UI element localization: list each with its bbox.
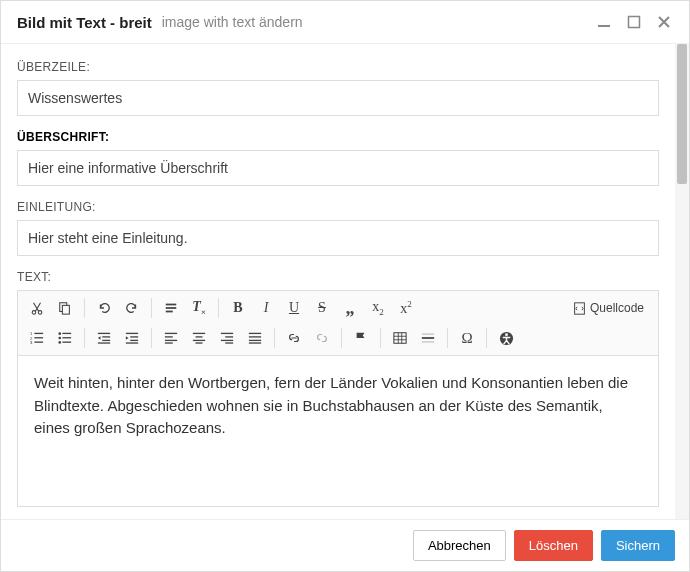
svg-rect-36 xyxy=(193,340,205,341)
svg-rect-31 xyxy=(165,336,173,337)
superscript-icon[interactable]: x2 xyxy=(393,295,419,321)
special-char-icon[interactable]: Ω xyxy=(454,325,480,351)
svg-rect-7 xyxy=(166,307,177,309)
svg-rect-52 xyxy=(422,337,434,339)
svg-rect-33 xyxy=(165,342,173,343)
source-label: Quellcode xyxy=(590,301,644,315)
flag-icon[interactable] xyxy=(348,325,374,351)
svg-rect-1 xyxy=(629,17,640,28)
svg-rect-42 xyxy=(249,333,261,334)
italic-icon[interactable]: I xyxy=(253,295,279,321)
headline-label: ÜBERSCHRIFT: xyxy=(17,130,659,144)
redo-icon[interactable] xyxy=(119,295,145,321)
svg-rect-39 xyxy=(225,336,233,337)
intro-label: EINLEITUNG: xyxy=(17,200,659,214)
svg-point-18 xyxy=(58,341,61,344)
svg-point-16 xyxy=(58,332,61,335)
svg-rect-8 xyxy=(166,311,173,313)
cancel-button[interactable]: Abbrechen xyxy=(413,530,506,561)
overline-label: ÜBERZEILE: xyxy=(17,60,659,74)
editor-content[interactable]: Weit hinten, hinter den Wortbergen, fern… xyxy=(18,356,658,506)
delete-button[interactable]: Löschen xyxy=(514,530,593,561)
svg-rect-26 xyxy=(126,333,138,334)
align-justify-icon[interactable] xyxy=(242,325,268,351)
svg-rect-23 xyxy=(102,336,110,337)
dialog-header: Bild mit Text - breit image with text än… xyxy=(1,1,689,44)
svg-rect-32 xyxy=(165,340,177,341)
underline-icon[interactable]: U xyxy=(281,295,307,321)
svg-rect-53 xyxy=(422,342,434,343)
svg-rect-30 xyxy=(165,333,177,334)
svg-rect-20 xyxy=(62,337,71,338)
dialog-footer: Abbrechen Löschen Sichern xyxy=(1,519,689,571)
svg-point-2 xyxy=(32,311,36,315)
svg-rect-43 xyxy=(249,336,261,337)
svg-point-55 xyxy=(505,333,508,336)
source-icon xyxy=(573,302,586,315)
bold-icon[interactable]: B xyxy=(225,295,251,321)
copy-icon[interactable] xyxy=(52,295,78,321)
align-left-icon[interactable] xyxy=(158,325,184,351)
table-icon[interactable] xyxy=(387,325,413,351)
subscript-icon[interactable]: x2 xyxy=(365,295,391,321)
svg-rect-19 xyxy=(62,333,71,334)
svg-rect-44 xyxy=(249,340,261,341)
link-icon[interactable] xyxy=(281,325,307,351)
dialog-subtitle: image with text ändern xyxy=(162,14,303,30)
align-center-icon[interactable] xyxy=(186,325,212,351)
scrollbar-thumb[interactable] xyxy=(677,44,687,184)
dialog-title: Bild mit Text - breit xyxy=(17,14,152,31)
minimize-icon[interactable] xyxy=(595,13,613,31)
svg-rect-13 xyxy=(34,333,43,334)
svg-rect-6 xyxy=(166,304,177,306)
svg-rect-40 xyxy=(221,340,233,341)
svg-rect-28 xyxy=(130,340,138,341)
svg-rect-0 xyxy=(598,25,610,27)
hr-icon[interactable] xyxy=(415,325,441,351)
svg-rect-51 xyxy=(422,334,434,335)
editor-toolbar: T× B I U S „ x2 x2 Quellcode 123 xyxy=(18,291,658,356)
maximize-icon[interactable] xyxy=(625,13,643,31)
scrollbar[interactable] xyxy=(675,44,689,519)
indent-icon[interactable] xyxy=(119,325,145,351)
save-button[interactable]: Sichern xyxy=(601,530,675,561)
intro-input[interactable] xyxy=(17,220,659,256)
svg-point-3 xyxy=(38,311,42,315)
svg-point-17 xyxy=(58,337,61,340)
svg-rect-46 xyxy=(394,333,406,344)
svg-rect-5 xyxy=(62,305,69,314)
unlink-icon[interactable] xyxy=(309,325,335,351)
svg-rect-25 xyxy=(98,342,110,343)
format-icon[interactable] xyxy=(158,295,184,321)
svg-text:3: 3 xyxy=(30,340,33,345)
quote-icon[interactable]: „ xyxy=(337,295,363,321)
svg-rect-37 xyxy=(196,342,203,343)
svg-rect-41 xyxy=(225,342,233,343)
rich-text-editor: T× B I U S „ x2 x2 Quellcode 123 xyxy=(17,290,659,507)
numbered-list-icon[interactable]: 123 xyxy=(24,325,50,351)
outdent-icon[interactable] xyxy=(91,325,117,351)
source-button[interactable]: Quellcode xyxy=(565,297,652,319)
dialog: Bild mit Text - breit image with text än… xyxy=(0,0,690,572)
overline-input[interactable] xyxy=(17,80,659,116)
svg-rect-15 xyxy=(34,342,43,343)
svg-rect-35 xyxy=(196,336,203,337)
headline-input[interactable] xyxy=(17,150,659,186)
svg-rect-22 xyxy=(98,333,110,334)
svg-rect-27 xyxy=(130,336,138,337)
svg-rect-24 xyxy=(102,340,110,341)
cut-icon[interactable] xyxy=(24,295,50,321)
accessibility-icon[interactable] xyxy=(493,325,519,351)
align-right-icon[interactable] xyxy=(214,325,240,351)
strike-icon[interactable]: S xyxy=(309,295,335,321)
undo-icon[interactable] xyxy=(91,295,117,321)
bullet-list-icon[interactable] xyxy=(52,325,78,351)
svg-rect-45 xyxy=(249,342,261,343)
close-icon[interactable] xyxy=(655,13,673,31)
text-label: TEXT: xyxy=(17,270,659,284)
remove-format-icon[interactable]: T× xyxy=(186,295,212,321)
svg-rect-29 xyxy=(126,342,138,343)
svg-rect-21 xyxy=(62,342,71,343)
svg-rect-38 xyxy=(221,333,233,334)
dialog-body: ÜBERZEILE: ÜBERSCHRIFT: EINLEITUNG: TEXT… xyxy=(1,44,675,519)
